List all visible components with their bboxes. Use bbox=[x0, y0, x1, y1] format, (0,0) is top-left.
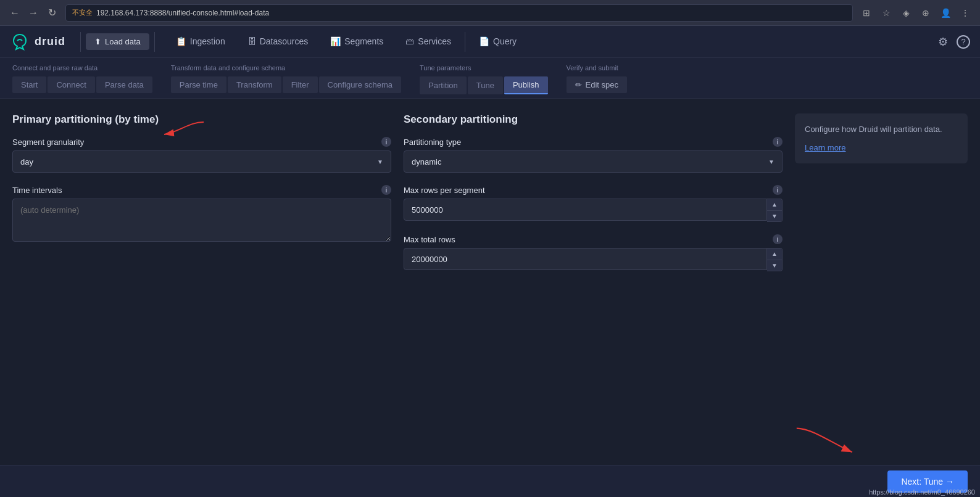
main-content: Primary partitioning (by time) Segment g… bbox=[0, 99, 980, 497]
bookmark-icon[interactable]: ☆ bbox=[879, 6, 894, 20]
datasources-icon: 🗄 bbox=[247, 36, 256, 46]
nav-divider bbox=[80, 32, 81, 52]
left-panel: Primary partitioning (by time) Segment g… bbox=[12, 113, 391, 485]
segment-granularity-label-row: Segment granularity i bbox=[12, 137, 391, 147]
segment-granularity-select-wrapper: day ▼ bbox=[12, 150, 391, 173]
translate-icon[interactable]: ⊞ bbox=[859, 6, 874, 20]
sidebar-item-query[interactable]: 📄 Query bbox=[468, 26, 528, 58]
partitioning-type-label-row: Partitioning type i bbox=[404, 137, 783, 147]
step-edit-spec-button[interactable]: ✏ Edit spec bbox=[567, 76, 627, 93]
step-group-3: Tune parameters Partition Tune Publish bbox=[420, 64, 548, 94]
segment-granularity-label: Segment granularity bbox=[12, 138, 378, 147]
sidebar-item-segments[interactable]: 📊 Segments bbox=[319, 26, 394, 58]
nav-back-button[interactable]: ← bbox=[7, 6, 22, 20]
partitioning-type-group: Partitioning type i dynamic ▼ bbox=[404, 137, 783, 173]
menu-icon[interactable]: ⋮ bbox=[958, 6, 973, 20]
step-group-4: Verify and submit ✏ Edit spec bbox=[567, 64, 627, 93]
partitioning-type-select-wrapper: dynamic ▼ bbox=[404, 150, 783, 173]
extension-icon[interactable]: ◈ bbox=[899, 6, 913, 20]
step-parse-data-button[interactable]: Parse data bbox=[96, 76, 152, 93]
puzzle-icon[interactable]: ⊕ bbox=[918, 6, 933, 20]
step-btns-4: ✏ Edit spec bbox=[567, 76, 627, 93]
max-total-rows-info-icon[interactable]: i bbox=[773, 234, 783, 244]
time-intervals-input[interactable] bbox=[12, 199, 391, 242]
max-rows-up-button[interactable]: ▲ bbox=[767, 199, 782, 210]
max-rows-input-wrapper: ▲ ▼ bbox=[404, 199, 783, 222]
help-icon[interactable]: ? bbox=[957, 35, 970, 49]
browser-nav: ← → ↻ bbox=[7, 6, 59, 20]
max-total-rows-down-button[interactable]: ▼ bbox=[767, 260, 782, 271]
step-group-3-label: Tune parameters bbox=[420, 64, 548, 72]
select-arrow-icon: ▼ bbox=[377, 158, 383, 165]
load-data-icon: ⬆ bbox=[94, 37, 101, 46]
step-btns-1: Start Connect Parse data bbox=[12, 76, 152, 93]
time-intervals-label-row: Time intervals i bbox=[12, 185, 391, 195]
max-rows-spinners: ▲ ▼ bbox=[767, 199, 783, 222]
step-bar: Connect and parse raw data Start Connect… bbox=[0, 58, 980, 99]
profile-icon[interactable]: 👤 bbox=[938, 6, 953, 20]
partitioning-select-arrow-icon: ▼ bbox=[768, 158, 774, 165]
step-start-button[interactable]: Start bbox=[12, 76, 46, 93]
sidebar-item-ingestion[interactable]: 📋 Ingestion bbox=[165, 26, 236, 58]
url-text: 192.168.64.173:8888/unified-console.html… bbox=[96, 9, 269, 17]
segment-granularity-group: Segment granularity i day ▼ bbox=[12, 137, 391, 173]
partitioning-type-select[interactable]: dynamic ▼ bbox=[404, 150, 783, 173]
partitioning-type-label: Partitioning type bbox=[404, 138, 769, 147]
step-partition-button[interactable]: Partition bbox=[420, 76, 467, 94]
step-tune-button[interactable]: Tune bbox=[468, 76, 503, 94]
left-panel-title: Primary partitioning (by time) bbox=[12, 113, 391, 126]
time-intervals-info-icon[interactable]: i bbox=[381, 185, 391, 195]
max-total-rows-label: Max total rows bbox=[404, 235, 769, 244]
address-bar[interactable]: 不安全 192.168.64.173:8888/unified-console.… bbox=[65, 4, 853, 22]
nav-items: 📋 Ingestion 🗄 Datasources 📊 Segments 🗃 S… bbox=[165, 26, 938, 58]
time-intervals-group: Time intervals i bbox=[12, 185, 391, 244]
step-group-4-label: Verify and submit bbox=[567, 64, 627, 72]
step-configure-schema-button[interactable]: Configure schema bbox=[319, 76, 402, 93]
step-group-1-label: Connect and parse raw data bbox=[12, 64, 152, 72]
max-total-rows-input-wrapper: ▲ ▼ bbox=[404, 248, 783, 271]
sidebar-item-services[interactable]: 🗃 Services bbox=[394, 26, 462, 58]
max-rows-group: Max rows per segment i ▲ ▼ bbox=[404, 185, 783, 222]
max-total-rows-group: Max total rows i ▲ ▼ bbox=[404, 234, 783, 271]
edit-spec-icon: ✏ bbox=[575, 80, 582, 89]
info-card: Configure how Druid will partition data.… bbox=[795, 113, 968, 163]
max-rows-down-button[interactable]: ▼ bbox=[767, 210, 782, 221]
bottom-bar: Next: Tune → bbox=[0, 465, 980, 497]
status-bar: https://blog.csdn.net/m0_46690260 bbox=[864, 487, 980, 497]
load-data-button[interactable]: ⬆ Load data bbox=[86, 33, 149, 50]
learn-more-link[interactable]: Learn more bbox=[805, 143, 845, 152]
nav-divider-2 bbox=[154, 32, 155, 52]
sidebar-item-datasources[interactable]: 🗄 Datasources bbox=[236, 26, 320, 58]
nav-divider-3 bbox=[465, 32, 465, 52]
time-intervals-label: Time intervals bbox=[12, 186, 378, 195]
max-total-rows-input[interactable] bbox=[404, 248, 767, 270]
step-btns-2: Parse time Transform Filter Configure sc… bbox=[171, 76, 401, 93]
max-rows-info-icon[interactable]: i bbox=[773, 185, 783, 195]
step-connect-button[interactable]: Connect bbox=[48, 76, 94, 93]
segment-granularity-value: day bbox=[20, 157, 33, 166]
max-rows-input[interactable] bbox=[404, 199, 767, 221]
browser-actions: ⊞ ☆ ◈ ⊕ 👤 ⋮ bbox=[859, 6, 973, 20]
max-total-rows-spinners: ▲ ▼ bbox=[767, 248, 783, 271]
security-warning: 不安全 bbox=[72, 8, 93, 17]
step-groups: Connect and parse raw data Start Connect… bbox=[12, 64, 968, 94]
logo-text: druid bbox=[35, 35, 65, 48]
max-rows-label-row: Max rows per segment i bbox=[404, 185, 783, 195]
max-total-rows-up-button[interactable]: ▲ bbox=[767, 248, 782, 260]
step-transform-button[interactable]: Transform bbox=[228, 76, 281, 93]
step-parse-time-button[interactable]: Parse time bbox=[171, 76, 226, 93]
partitioning-type-info-icon[interactable]: i bbox=[773, 137, 783, 147]
info-text: Configure how Druid will partition data. bbox=[805, 123, 958, 136]
segment-granularity-select[interactable]: day ▼ bbox=[12, 150, 391, 173]
services-icon: 🗃 bbox=[405, 36, 414, 46]
status-url: https://blog.csdn.net/m0_46690260 bbox=[869, 488, 975, 496]
right-panel-title: Secondary partitioning bbox=[404, 113, 783, 126]
max-total-rows-label-row: Max total rows i bbox=[404, 234, 783, 244]
gear-icon[interactable]: ⚙ bbox=[938, 35, 948, 49]
step-publish-button[interactable]: Publish bbox=[504, 76, 548, 94]
nav-forward-button[interactable]: → bbox=[26, 6, 41, 20]
segment-granularity-info-icon[interactable]: i bbox=[381, 137, 391, 147]
nav-refresh-button[interactable]: ↻ bbox=[44, 6, 59, 20]
step-btns-3: Partition Tune Publish bbox=[420, 76, 548, 94]
step-filter-button[interactable]: Filter bbox=[283, 76, 318, 93]
